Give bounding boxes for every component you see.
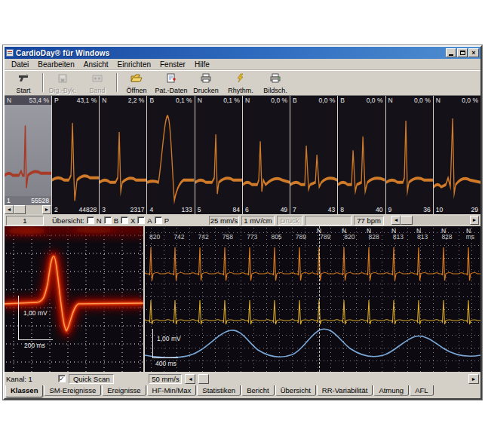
menu-bearbeiten[interactable]: Bearbeiten <box>33 60 78 69</box>
checkbox-icon[interactable] <box>121 216 128 224</box>
checkbox-b[interactable]: B <box>104 216 118 225</box>
class-label: N <box>436 97 440 104</box>
class-percent: 0,0 % <box>319 97 336 104</box>
checkbox-n[interactable]: N <box>87 216 102 225</box>
template-panel-7[interactable]: B0,0 % 743 <box>290 96 337 214</box>
tab-afl[interactable]: AFL <box>410 385 433 396</box>
menu-ansicht[interactable]: Ansicht <box>79 60 113 69</box>
speed-left-icon[interactable]: ◄ <box>185 374 195 384</box>
tab-uebersicht[interactable]: Übersicht <box>275 385 316 396</box>
toolbar-button-dig-byk[interactable]: Dig.-Byk. <box>45 71 80 94</box>
ecg-h-scrollbar[interactable]: ◄ ► <box>391 216 479 225</box>
scale-ms-label: 400 ms <box>155 360 177 367</box>
menu-bar: Datei Bearbeiten Ansicht Einrichten Fens… <box>5 59 480 70</box>
class-percent: 0,0 % <box>462 97 478 104</box>
scrollbar-track[interactable] <box>413 216 470 225</box>
druck-button[interactable]: Druck <box>277 216 302 226</box>
menu-fenster[interactable]: Fenster <box>155 60 190 69</box>
scroll-left-icon[interactable]: ◄ <box>391 216 401 225</box>
toolbar-separator <box>42 73 44 92</box>
tab-rr-variabilitaet[interactable]: RR-Variabilität <box>317 385 373 396</box>
template-scrollbar[interactable]: ◄ ► <box>5 205 51 214</box>
toolbar: Start Dig.-Byk. Band Öffnen Pat.-Daten D… <box>5 70 480 96</box>
sweep-speed-box[interactable]: 50 mm/s <box>149 374 182 384</box>
checkbox-p[interactable]: P <box>155 216 169 225</box>
menu-einrichten[interactable]: Einrichten <box>113 60 155 69</box>
toolbar-button-drucken[interactable]: Drucken <box>189 71 223 94</box>
app-icon <box>6 49 14 57</box>
tab-klassen[interactable]: Klassen <box>5 385 43 397</box>
checkbox-icon[interactable] <box>104 216 112 224</box>
gain-box[interactable]: 1 mV/cm <box>241 216 275 226</box>
toolbar-button-band[interactable]: Band <box>80 71 115 94</box>
ecg-panel[interactable]: N N N N N N N 82074274275877380578978982… <box>145 226 480 372</box>
minimize-button[interactable] <box>446 48 456 57</box>
class-percent: 0,0 % <box>271 97 287 104</box>
class-label: N <box>388 97 393 104</box>
restore-button[interactable] <box>457 48 468 57</box>
toolbar-button-oeffnen[interactable]: Öffnen <box>119 71 154 94</box>
scale-marker: 1,00 mV 400 ms <box>152 329 195 367</box>
title-bar[interactable]: CardioDay® für Windows × <box>5 47 480 59</box>
template-panel-2[interactable]: P43,1 % 244828 <box>51 96 99 214</box>
tab-atmung[interactable]: Atmung <box>373 385 409 396</box>
template-panel-10[interactable]: N0,0 % 1029 <box>433 96 480 214</box>
kanal-label: Kanal: 1 <box>6 375 32 383</box>
page-number-box[interactable]: 1 <box>6 216 44 226</box>
close-button[interactable]: × <box>468 48 479 57</box>
empty-field[interactable] <box>305 216 351 226</box>
checkbox-a[interactable]: A <box>137 216 152 225</box>
toolbar-button-bildsch[interactable]: Bildsch. <box>258 71 293 94</box>
quickscan-label-box[interactable]: Quick Scan <box>69 374 115 384</box>
recorder-icon <box>57 72 69 86</box>
scrollbar-thumb[interactable] <box>14 205 26 214</box>
toolbar-separator <box>116 73 118 92</box>
template-panel-4[interactable]: B0,1 % 4133 <box>146 96 194 214</box>
checkbox-icon[interactable] <box>155 216 162 224</box>
scroll-right-icon[interactable]: ► <box>470 216 479 225</box>
scroll-left-icon[interactable]: ◄ <box>5 205 14 214</box>
template-panel-9[interactable]: N0,0 % 936 <box>385 96 433 214</box>
toolbar-button-rhythm[interactable]: Rhythm. <box>223 71 258 94</box>
toolbar-button-pat-daten[interactable]: Pat.-Daten <box>154 71 189 94</box>
class-percent: 0,0 % <box>367 97 383 104</box>
cursor-line[interactable] <box>319 226 320 372</box>
screen-print-icon <box>269 72 281 86</box>
template-panel-6[interactable]: N0,0 % 649 <box>242 96 290 214</box>
checkbox-x[interactable]: X <box>121 216 135 225</box>
template-panel-5[interactable]: N0,1 % 584 <box>195 96 242 214</box>
tab-statistiken[interactable]: Statistiken <box>197 385 241 396</box>
speed-thumb[interactable] <box>198 374 209 384</box>
scale-marker: 1,00 mV 200 ms <box>18 296 63 348</box>
tab-ereignisse[interactable]: Ereignisse <box>102 385 146 396</box>
heatmap-panel[interactable]: 1,00 mV 200 ms <box>5 226 145 372</box>
scrollbar-thumb[interactable] <box>401 216 413 225</box>
template-panel-1[interactable]: N53,4 % 155528 ◄ ► <box>5 96 51 214</box>
tab-hf-min-max[interactable]: HF-Min/Max <box>147 385 197 396</box>
checkbox-icon[interactable] <box>87 216 94 224</box>
speed-box[interactable]: 25 mm/s <box>209 216 239 226</box>
class-percent: 0,1 % <box>223 97 240 104</box>
class-percent: 0,0 % <box>414 97 431 104</box>
scroll-right-button[interactable]: ► <box>468 374 479 384</box>
menu-datei[interactable]: Datei <box>7 60 33 69</box>
bpm-box[interactable]: 77 bpm <box>354 216 384 226</box>
app-window: CardioDay® für Windows × Datei Bearbeite… <box>3 45 482 400</box>
quickscan-checkbox[interactable]: ✓ <box>58 375 66 382</box>
class-index: 1 <box>7 197 11 204</box>
class-percent: 53,4 % <box>29 97 49 104</box>
toolbar-button-start[interactable]: Start <box>6 71 41 94</box>
class-label: B <box>340 97 345 104</box>
start-icon <box>17 72 29 86</box>
class-label: N <box>102 97 106 104</box>
respiration-trace <box>145 329 480 357</box>
scroll-right-icon[interactable]: ► <box>42 205 51 214</box>
tab-sm-ereignisse[interactable]: SM-Ereignisse <box>44 385 101 396</box>
template-panel-3[interactable]: N2,2 % 32317 <box>99 96 146 214</box>
checkbox-icon[interactable] <box>137 216 145 224</box>
template-panel-8[interactable]: B0,0 % 840 <box>337 96 385 214</box>
tab-bericht[interactable]: Bericht <box>241 385 275 396</box>
scrollbar-track[interactable] <box>26 205 42 214</box>
menu-hilfe[interactable]: Hilfe <box>190 60 214 69</box>
class-label: N <box>245 97 250 104</box>
